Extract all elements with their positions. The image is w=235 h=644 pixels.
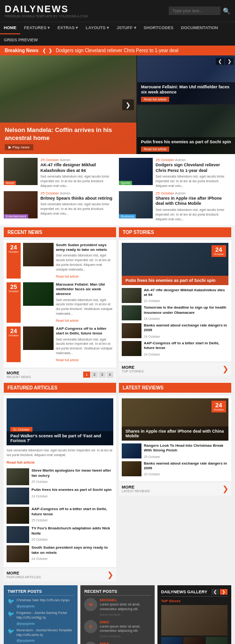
recent-post-name-2: DINO bbox=[100, 620, 150, 624]
news-item-3-read-more[interactable]: Read full article bbox=[56, 358, 78, 362]
gallery-thumb-1[interactable] bbox=[161, 637, 183, 644]
search-input[interactable] bbox=[169, 7, 220, 15]
recent-news-section: RECENT NEWS 24 October South Sudan presi… bbox=[4, 227, 116, 381]
article-card-3-title[interactable]: Britney Spears thinks about retiring bbox=[40, 196, 116, 202]
twitter-item-3[interactable]: 🐦 Monendum - Joomla Movies Template http… bbox=[8, 628, 74, 643]
article-card-2-title[interactable]: Dodgers sign Cleveland reliever Chris Pe… bbox=[156, 163, 231, 173]
review-item-1[interactable]: Rangers Look To Head Into Christmas Brea… bbox=[122, 443, 228, 459]
hero-main[interactable]: Nelson Mandela: Coffin arrives in his an… bbox=[0, 55, 136, 154]
featured-main[interactable]: 31 October Paul Walker's scenes will be … bbox=[7, 398, 113, 445]
article-card-4-title[interactable]: Shares in Apple rise after iPhone deal w… bbox=[156, 196, 231, 207]
page-2[interactable]: 2 bbox=[91, 372, 98, 378]
more-featured-label[interactable]: MORE bbox=[7, 571, 41, 575]
nav-item-grids[interactable]: GRIDS PREVIEW bbox=[0, 34, 42, 46]
news-item-2-read-more[interactable]: Read full article bbox=[56, 319, 78, 322]
twitter-link-2[interactable]: @yoyoponix bbox=[16, 622, 35, 625]
hero-side-top[interactable]: ❮ ❯ Marouane Fellaini: Man Utd midfielde… bbox=[137, 55, 235, 104]
featured-side-item-1[interactable]: Steve Martin apologizes for mean tweet a… bbox=[7, 468, 113, 485]
featured-side-item-5[interactable]: South Sudan president says army ready to… bbox=[7, 545, 113, 562]
top-stories-more-arrow[interactable]: ❯ bbox=[222, 365, 228, 373]
hero-side-bottom-read-more[interactable]: Read full article bbox=[141, 147, 169, 152]
featured-side-item-2[interactable]: Putin frees his enemies as part of Sochi… bbox=[7, 488, 113, 504]
hero-side-bottom[interactable]: Putin frees his enemies as part of Sochi… bbox=[137, 105, 235, 154]
article-card-1-category[interactable]: World bbox=[4, 181, 16, 185]
hero-side-top-read-more[interactable]: Read full article bbox=[141, 97, 169, 102]
more-reviews-label[interactable]: MORE bbox=[122, 485, 150, 489]
review-main[interactable]: 24 October Shares in Apple rise after iP… bbox=[122, 398, 228, 441]
news-item-3[interactable]: 24 October AAP-Congress off to a bitter … bbox=[7, 326, 113, 362]
news-date-box-3: 24 October bbox=[7, 326, 21, 362]
more-top-stories-label[interactable]: MORE bbox=[122, 365, 144, 370]
gallery-prev-arrow[interactable]: ❮ bbox=[212, 589, 219, 595]
featured-more-arrow[interactable]: ❯ bbox=[107, 570, 113, 579]
article-card-2[interactable]: Sports 25 October Admin Dodgers sign Cle… bbox=[119, 158, 231, 188]
article-card-1[interactable]: World 25 October Admin AK-47 rifle desig… bbox=[4, 158, 116, 188]
breaking-news-next[interactable]: ❯ bbox=[48, 48, 52, 53]
breaking-news-prev[interactable]: ❮ bbox=[42, 48, 46, 53]
hero-main-next-arrow[interactable]: ❯ bbox=[122, 100, 134, 110]
recent-post-2[interactable]: D DINO Lorem ipsum dolor sit amet, conse… bbox=[84, 620, 150, 638]
article-card-2-category[interactable]: Sports bbox=[119, 181, 132, 185]
twitter-item-2[interactable]: 🐦 Frogames - Joomla Gaming Portal http:/… bbox=[8, 611, 74, 626]
hero-play-button[interactable]: ▶ Play news bbox=[5, 144, 33, 150]
more-recent-label[interactable]: MORE bbox=[7, 371, 31, 375]
news-item-2[interactable]: 25 October Marouane Fellaini: Man Utd mi… bbox=[7, 282, 113, 323]
recent-post-3[interactable]: K MIKE Lorem ipsum dolor sit amet, conse… bbox=[84, 642, 150, 644]
top-story-item-2[interactable]: Tomorrow is the deadline to sign up for … bbox=[122, 305, 228, 321]
article-card-4[interactable]: Business 25 October Admin Shares in Appl… bbox=[119, 191, 231, 222]
page-3[interactable]: 3 bbox=[99, 372, 105, 378]
twitter-text-3: Monendum - Joomla Movies Template http:/… bbox=[16, 628, 74, 637]
hero-side-top-prev[interactable]: ❮ bbox=[216, 58, 224, 65]
twitter-link-3[interactable]: @yoyoponix bbox=[16, 639, 35, 642]
article-card-3-category[interactable]: Entertainment bbox=[4, 214, 28, 218]
twitter-text-1: Christmas Sale http://URL/a/o #yoyo bbox=[16, 598, 70, 603]
article-card-4-category[interactable]: Business bbox=[119, 214, 136, 218]
nav-item-jstuff[interactable]: JSTUFF ▾ bbox=[113, 22, 140, 34]
news-item-3-title[interactable]: AAP-Congress off to a bitter start in De… bbox=[56, 326, 113, 336]
featured-read-more[interactable]: Read full article bbox=[7, 460, 35, 465]
gallery-arrows: ❮ ❯ bbox=[212, 589, 227, 595]
recent-post-text-1: Lorem ipsum dolor sit amet, consectetur … bbox=[100, 602, 150, 611]
twitter-bird-icon-1: 🐦 bbox=[8, 598, 15, 608]
nav-item-features[interactable]: FEATURES ▾ bbox=[20, 22, 54, 34]
page-4[interactable]: 4 bbox=[107, 372, 113, 378]
recent-post-1[interactable]: M MICHAEL Lorem ipsum dolor sit amet, co… bbox=[84, 598, 150, 616]
page-1[interactable]: 1 bbox=[83, 372, 90, 378]
top-story-item-3[interactable]: Banks warned about exchange rate dangers… bbox=[122, 323, 228, 339]
reviews-more-arrow[interactable]: ❯ bbox=[222, 484, 228, 493]
search-icon[interactable]: 🔍 bbox=[223, 8, 230, 15]
latest-reviews-section: LATEST REVIEWS 24 October Shares in Appl… bbox=[119, 383, 231, 582]
nav-item-shortcodes[interactable]: SHORTCODES bbox=[140, 22, 178, 34]
news-item-2-title[interactable]: Marouane Fellaini: Man Utd midfielder fa… bbox=[56, 282, 113, 297]
featured-side-item-4[interactable]: TV Fox's Breadchurch adaptation adds Nic… bbox=[7, 526, 113, 543]
article-card-1-title[interactable]: AK-47 rifle designer Mikhail Kalashnikov… bbox=[40, 163, 116, 173]
twitter-text-2: Frogames - Joomla Gaming Portal http://U… bbox=[16, 611, 74, 620]
top-story-thumb-3 bbox=[122, 323, 141, 338]
nav-item-layouts[interactable]: LAYOUTS ▾ bbox=[82, 22, 113, 34]
article-card-4-date: 25 October Admin bbox=[156, 191, 231, 195]
review-item-2[interactable]: Banks warned about exchange rate dangers… bbox=[122, 461, 228, 477]
breaking-news-label: Breaking News bbox=[5, 48, 39, 53]
nav-item-extras[interactable]: EXTRAS ▾ bbox=[54, 22, 82, 34]
gallery-thumb-3[interactable] bbox=[206, 637, 227, 644]
gallery-main-image[interactable] bbox=[161, 605, 227, 636]
top-story-item-1[interactable]: AK-47 rifle designer Mikhail Kalashnikov… bbox=[122, 288, 228, 303]
logo[interactable]: DAILYNEWS bbox=[5, 4, 88, 15]
twitter-bird-icon-3: 🐦 bbox=[8, 628, 15, 643]
nav-item-documentation[interactable]: DOCUMENTATION bbox=[177, 22, 222, 34]
featured-side-item-3[interactable]: AAP-Congress off to a bitter start in De… bbox=[7, 507, 113, 524]
news-item-1[interactable]: 24 October South Sudan president says ar… bbox=[7, 243, 113, 279]
gallery-next-arrow[interactable]: ❯ bbox=[220, 589, 227, 595]
article-card-3[interactable]: Entertainment 25 October Admin Britney S… bbox=[4, 191, 116, 222]
nav-item-home[interactable]: HOME bbox=[0, 22, 20, 34]
gallery-thumb-2[interactable] bbox=[183, 637, 205, 644]
hero-side-top-overlay: Marouane Fellaini: Man Utd midfielder fa… bbox=[137, 82, 235, 104]
twitter-item-1[interactable]: 🐦 Christmas Sale http://URL/a/o #yoyo @y… bbox=[8, 598, 74, 608]
recent-news-header: RECENT NEWS bbox=[4, 227, 116, 237]
top-story-main[interactable]: 24 October Putin frees his enemies as pa… bbox=[122, 243, 228, 285]
twitter-link-1[interactable]: @yoyoponix bbox=[16, 605, 35, 608]
hero-side-top-next[interactable]: ❯ bbox=[225, 58, 234, 65]
top-story-item-4[interactable]: AAP-Congress off to a bitter start in De… bbox=[122, 341, 228, 357]
news-item-1-read-more[interactable]: Read full article bbox=[56, 275, 78, 278]
news-item-1-title[interactable]: South Sudan president says army ready to… bbox=[56, 243, 113, 253]
